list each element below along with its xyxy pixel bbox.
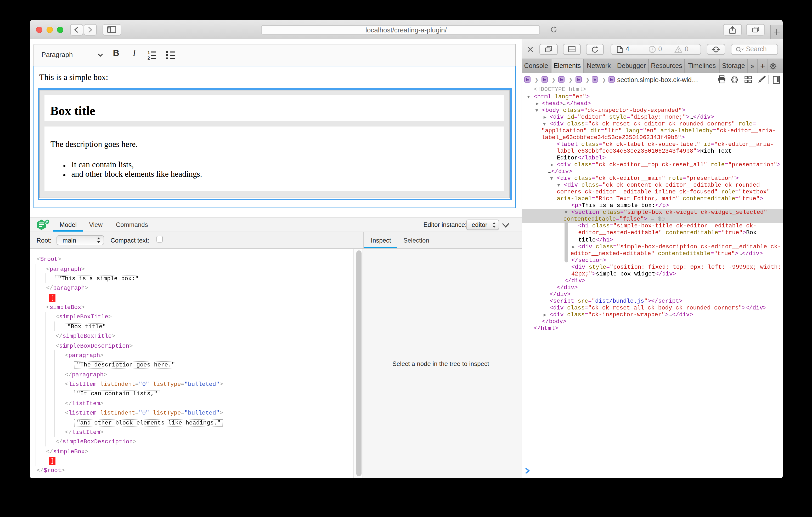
svg-text:2: 2 bbox=[148, 56, 150, 60]
svg-text:1: 1 bbox=[148, 51, 150, 55]
svg-text:5: 5 bbox=[46, 219, 48, 224]
